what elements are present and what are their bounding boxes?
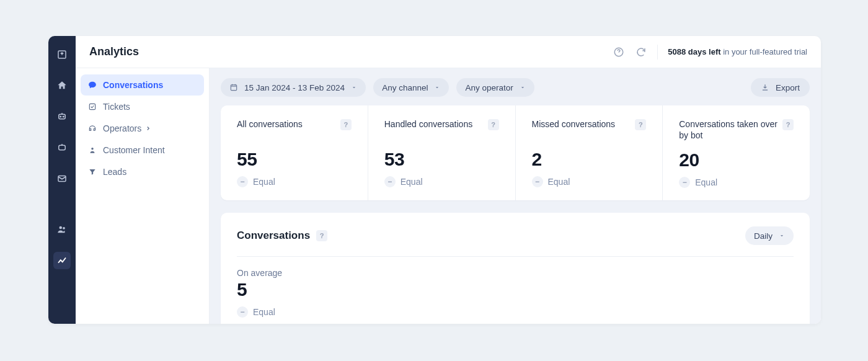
avg-trend: − Equal [237, 306, 794, 318]
stat-value: 53 [384, 149, 499, 170]
refresh-icon[interactable] [635, 46, 647, 58]
hint-icon[interactable]: ? [782, 119, 794, 130]
svg-point-7 [63, 227, 65, 230]
chevron-down-icon [779, 233, 785, 239]
rail-bot-ai-icon[interactable] [53, 108, 71, 125]
stat-label: Conversations taken over by bot [679, 119, 777, 141]
trend-label: Equal [695, 177, 717, 187]
stat-trend: − Equal [679, 177, 794, 188]
stat-value: 2 [532, 149, 647, 170]
stat-bot-takeover: Conversations taken over by bot ? 20 − E… [663, 105, 810, 200]
sidebar-item-customer-intent[interactable]: Customer Intent [81, 140, 204, 161]
stat-label: All conversations [237, 119, 303, 130]
conversations-card-header: Conversations ? Daily [237, 226, 794, 257]
rail-users-icon[interactable] [53, 221, 71, 238]
headset-icon [88, 124, 97, 133]
card-title: Conversations [237, 230, 310, 242]
stat-all-conversations: All conversations ? 55 − Equal [221, 105, 368, 200]
export-button[interactable]: Export [751, 78, 810, 97]
operator-selector[interactable]: Any operator [456, 78, 534, 97]
chevron-down-icon [434, 84, 440, 91]
date-range-label: 15 Jan 2024 - 13 Feb 2024 [244, 83, 345, 92]
calendar-icon [229, 83, 238, 92]
person-icon [88, 146, 97, 154]
stat-handled-conversations: Handled conversations ? 53 − Equal [368, 105, 516, 200]
download-icon [761, 83, 769, 92]
period-selector[interactable]: Daily [745, 226, 794, 245]
chevron-down-icon [351, 84, 357, 91]
main-panel: 15 Jan 2024 - 13 Feb 2024 Any channel An… [210, 68, 821, 324]
svg-rect-4 [59, 145, 66, 150]
svg-rect-11 [231, 85, 236, 91]
hint-icon[interactable]: ? [635, 119, 646, 130]
hint-icon[interactable]: ? [340, 119, 352, 130]
date-range-selector[interactable]: 15 Jan 2024 - 13 Feb 2024 [221, 78, 366, 97]
rail-inbox-icon[interactable] [53, 46, 71, 63]
app-window: Analytics 5088 days left in your full-fe… [48, 36, 821, 324]
rail-mail-icon[interactable] [53, 170, 71, 187]
funnel-icon [88, 167, 97, 176]
page-title: Analytics [89, 45, 139, 58]
sidebar-item-operators[interactable]: Operators [81, 118, 204, 139]
trend-label: Equal [253, 177, 275, 187]
trend-label: Equal [253, 307, 275, 317]
export-label: Export [776, 83, 800, 92]
channel-selector[interactable]: Any channel [373, 78, 449, 97]
avg-label: On average [237, 268, 794, 278]
trend-equal-icon: − [532, 176, 543, 187]
trend-equal-icon: − [237, 306, 248, 318]
trial-suffix: in your full-featured trial [721, 47, 807, 56]
avg-value: 5 [237, 279, 794, 300]
hint-icon[interactable]: ? [316, 230, 327, 241]
header-divider [657, 45, 658, 60]
stat-label: Missed conversations [532, 119, 616, 130]
sidebar-item-label: Conversations [103, 80, 163, 90]
trend-label: Equal [548, 177, 570, 187]
content-pane: Analytics 5088 days left in your full-fe… [76, 36, 821, 324]
rail-analytics-icon[interactable] [53, 252, 71, 269]
nav-rail [48, 36, 76, 324]
svg-point-10 [91, 148, 94, 150]
ticket-icon [88, 102, 97, 111]
stat-trend: − Equal [237, 176, 352, 187]
body: Conversations Tickets Operators Customer… [76, 68, 821, 324]
stat-label: Handled conversations [384, 119, 472, 130]
period-label: Daily [754, 231, 773, 241]
trend-label: Equal [401, 177, 423, 187]
analytics-sidebar: Conversations Tickets Operators Customer… [76, 68, 210, 324]
svg-point-3 [63, 116, 64, 117]
help-icon[interactable] [613, 46, 625, 58]
sidebar-item-label: Operators [103, 123, 141, 133]
conversations-card: Conversations ? Daily On average 5 − Equ… [221, 213, 810, 324]
sidebar-item-label: Tickets [103, 102, 130, 112]
trial-days: 5088 days left [668, 47, 720, 56]
sidebar-item-conversations[interactable]: Conversations [81, 74, 204, 96]
stat-trend: − Equal [532, 176, 647, 187]
sidebar-item-label: Leads [103, 167, 126, 177]
operator-label: Any operator [465, 83, 513, 92]
channel-label: Any channel [382, 83, 428, 92]
hint-icon[interactable]: ? [488, 119, 499, 130]
page-header: Analytics 5088 days left in your full-fe… [76, 36, 821, 68]
trend-equal-icon: − [237, 176, 248, 187]
trend-equal-icon: − [679, 177, 690, 188]
chat-icon [88, 81, 97, 89]
stat-missed-conversations: Missed conversations ? 2 − Equal [516, 105, 663, 200]
stat-value: 55 [237, 149, 352, 170]
stat-trend: − Equal [384, 176, 499, 187]
rail-bot-icon[interactable] [53, 139, 71, 156]
sidebar-item-tickets[interactable]: Tickets [81, 96, 204, 117]
chevron-right-icon [145, 125, 151, 131]
sidebar-item-label: Customer Intent [103, 145, 165, 155]
stats-summary-card: All conversations ? 55 − Equal Handled c… [221, 105, 810, 200]
trial-status: 5088 days left in your full-featured tri… [668, 47, 807, 56]
svg-rect-9 [89, 104, 95, 109]
chevron-down-icon [520, 84, 526, 91]
filter-bar: 15 Jan 2024 - 13 Feb 2024 Any channel An… [221, 78, 810, 97]
sidebar-item-leads[interactable]: Leads [81, 161, 204, 182]
stat-value: 20 [679, 149, 794, 171]
trend-equal-icon: − [384, 176, 396, 187]
svg-point-2 [60, 116, 61, 117]
svg-point-6 [60, 226, 63, 230]
rail-home-icon[interactable] [53, 77, 71, 94]
